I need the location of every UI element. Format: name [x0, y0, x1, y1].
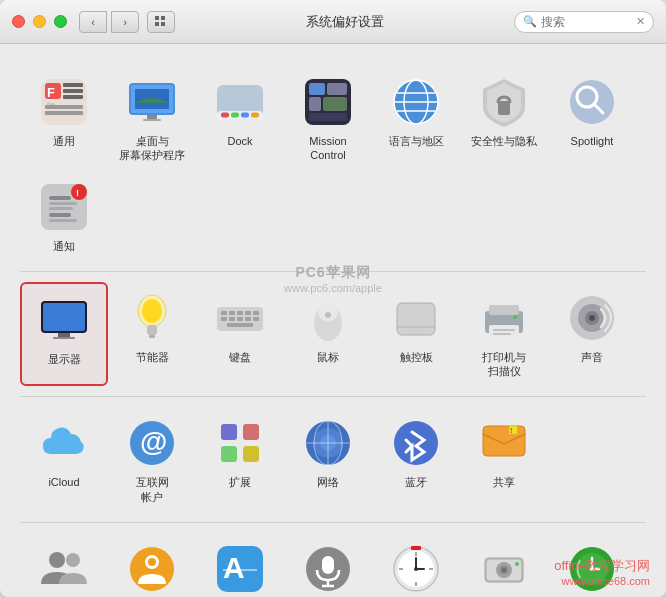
displays-icon — [36, 292, 92, 348]
pref-desktop[interactable]: 桌面与屏幕保护程序 — [108, 66, 196, 171]
internet-label: 互联网帐户 — [136, 475, 169, 504]
pref-users[interactable]: 用户与群组 — [20, 533, 108, 597]
pref-datetime[interactable]: 日期与时间 — [372, 533, 460, 597]
section-system: 用户与群组 家长控制 — [20, 523, 646, 597]
grid-view-button[interactable] — [147, 11, 175, 33]
svg-rect-120 — [411, 546, 421, 550]
pref-icloud[interactable]: iCloud — [20, 407, 108, 512]
energy-icon — [124, 290, 180, 346]
section-hardware: 显示器 节能器 — [20, 272, 646, 398]
network-label: 网络 — [317, 475, 339, 489]
pref-startup[interactable]: 启动磁盘 — [460, 533, 548, 597]
search-input[interactable] — [541, 15, 632, 29]
pref-sharing[interactable]: ! 共享 — [460, 407, 548, 512]
icloud-label: iCloud — [48, 475, 79, 489]
svg-rect-77 — [493, 329, 515, 331]
pref-timemachine[interactable]: Time Machine — [548, 533, 636, 597]
mouse-icon — [300, 290, 356, 346]
svg-rect-55 — [149, 335, 155, 338]
pref-displays[interactable]: 显示器 — [20, 282, 108, 387]
window-title: 系统偏好设置 — [175, 13, 514, 31]
pref-trackpad[interactable]: 触控板 — [372, 282, 460, 387]
minimize-button[interactable] — [33, 15, 46, 28]
search-bar[interactable]: 🔍 ✕ — [514, 11, 654, 33]
bluetooth-label: 蓝牙 — [405, 475, 427, 489]
system-preferences-window: ‹ › 系统偏好设置 🔍 ✕ — [0, 0, 666, 597]
pref-notifications[interactable]: ! 通知 — [20, 171, 108, 261]
spotlight-label: Spotlight — [571, 134, 614, 148]
pref-parental[interactable]: 家长控制 — [108, 533, 196, 597]
pref-sound[interactable]: 声音 — [548, 282, 636, 387]
svg-rect-87 — [243, 424, 259, 440]
svg-rect-29 — [309, 113, 347, 121]
maximize-button[interactable] — [54, 15, 67, 28]
svg-rect-0 — [155, 16, 159, 20]
extensions-icon — [212, 415, 268, 471]
general-icon: F ile — [36, 74, 92, 130]
svg-rect-46 — [49, 213, 71, 217]
mission-label: MissionControl — [309, 134, 346, 163]
svg-rect-36 — [498, 101, 510, 115]
general-label: 通用 — [53, 134, 75, 148]
pref-extensions[interactable]: 扩展 — [196, 407, 284, 512]
appstore-icon: A — [212, 541, 268, 597]
forward-button[interactable]: › — [111, 11, 139, 33]
svg-rect-64 — [237, 317, 243, 321]
pref-appstore[interactable]: A App Store — [196, 533, 284, 597]
svg-point-37 — [570, 80, 614, 124]
trackpad-icon — [388, 290, 444, 346]
dock-label: Dock — [227, 134, 252, 148]
search-clear-icon[interactable]: ✕ — [636, 15, 645, 28]
search-icon: 🔍 — [523, 15, 537, 28]
svg-rect-43 — [49, 196, 71, 200]
svg-rect-61 — [253, 311, 259, 315]
pref-internet[interactable]: @ 互联网帐户 — [108, 407, 196, 512]
pref-energy[interactable]: 节能器 — [108, 282, 196, 387]
svg-rect-8 — [63, 83, 83, 87]
section-internet: iCloud @ 互联网帐户 — [20, 397, 646, 523]
content-area: F ile 通用 — [0, 44, 666, 597]
pref-dictation[interactable]: 听写与语音 — [284, 533, 372, 597]
traffic-lights — [12, 15, 67, 28]
svg-rect-67 — [227, 323, 253, 327]
pref-dock[interactable]: Dock — [196, 66, 284, 171]
security-label: 安全性与隐私 — [471, 134, 537, 148]
svg-rect-49 — [43, 303, 85, 331]
pref-network[interactable]: 网络 — [284, 407, 372, 512]
svg-rect-63 — [229, 317, 235, 321]
svg-point-119 — [414, 567, 418, 571]
svg-point-83 — [589, 315, 595, 321]
svg-point-53 — [142, 299, 162, 323]
users-icon — [36, 541, 92, 597]
pref-language[interactable]: 语言与地区 — [372, 66, 460, 171]
svg-rect-44 — [49, 202, 77, 205]
security-icon — [476, 74, 532, 130]
svg-rect-78 — [493, 333, 511, 335]
pref-security[interactable]: 安全性与隐私 — [460, 66, 548, 171]
svg-rect-66 — [253, 317, 259, 321]
language-label: 语言与地区 — [389, 134, 444, 148]
svg-rect-11 — [45, 105, 83, 109]
notifications-label: 通知 — [53, 239, 75, 253]
pref-bluetooth[interactable]: 蓝牙 — [372, 407, 460, 512]
mouse-label: 鼠标 — [317, 350, 339, 364]
svg-rect-16 — [147, 115, 157, 119]
desktop-label: 桌面与屏幕保护程序 — [119, 134, 185, 163]
pref-general[interactable]: F ile 通用 — [20, 66, 108, 171]
svg-rect-86 — [221, 424, 237, 440]
pref-spotlight[interactable]: Spotlight — [548, 66, 636, 171]
svg-text:@: @ — [140, 426, 167, 457]
svg-rect-57 — [221, 311, 227, 315]
pref-mission[interactable]: MissionControl — [284, 66, 372, 171]
displays-label: 显示器 — [48, 352, 81, 366]
startup-icon — [476, 541, 532, 597]
svg-point-100 — [66, 553, 80, 567]
printer-label: 打印机与扫描仪 — [482, 350, 526, 379]
svg-rect-72 — [397, 303, 435, 335]
pref-keyboard[interactable]: 键盘 — [196, 282, 284, 387]
back-button[interactable]: ‹ — [79, 11, 107, 33]
close-button[interactable] — [12, 15, 25, 28]
titlebar: ‹ › 系统偏好设置 🔍 ✕ — [0, 0, 666, 44]
pref-printer[interactable]: 打印机与扫描仪 — [460, 282, 548, 387]
pref-mouse[interactable]: 鼠标 — [284, 282, 372, 387]
